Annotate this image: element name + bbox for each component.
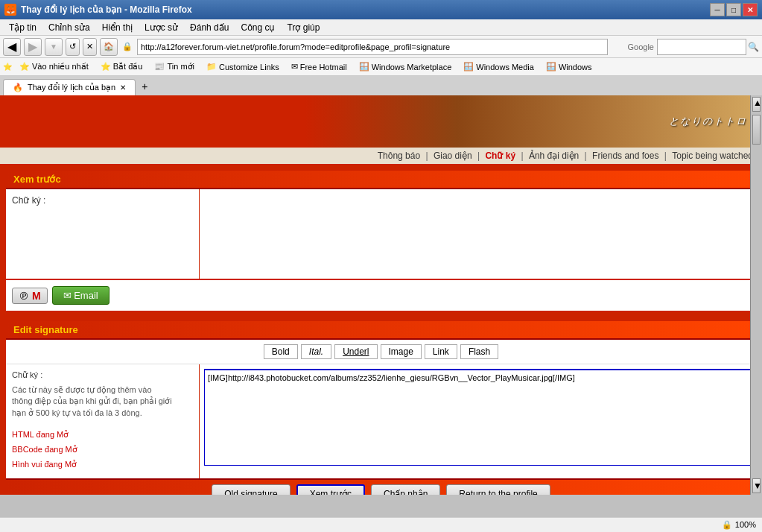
editor-content-area: Chữ ký : Các từ này sẽ được tự động thêm…: [6, 364, 756, 478]
menu-help[interactable]: Trợ giúp: [282, 21, 326, 34]
bookmarks-bar: ⭐ ⭐ Vào nhiều nhất ⭐ Bắt đầu 📰 Tin mới 📁…: [0, 58, 762, 76]
sep1: |: [425, 151, 430, 161]
menu-file[interactable]: Tập tin: [3, 21, 42, 34]
preview-content-area: Chữ ký :: [6, 189, 756, 279]
bbcode-status: BBCode đang Mở: [12, 443, 193, 457]
italic-button[interactable]: Ital.: [301, 344, 331, 359]
image-button[interactable]: Image: [381, 344, 422, 359]
html-status: HTML đang Mở: [12, 428, 193, 443]
email-button[interactable]: ✉ Email: [52, 286, 109, 305]
bold-button[interactable]: Bold: [264, 344, 298, 359]
nav-giao-dien[interactable]: Giao diện: [431, 151, 475, 161]
flash-button[interactable]: Flash: [460, 344, 498, 359]
menu-tools[interactable]: Công cụ: [235, 21, 281, 34]
security-icon: 🔒: [722, 520, 732, 530]
tab-bar: 🔥 Thay đổi lý lịch của bạn ✕ +: [0, 76, 762, 95]
firefox-icon: 🦊: [4, 4, 16, 16]
forward-button[interactable]: ▶: [24, 38, 42, 56]
nav-thong-bao[interactable]: Thông báo: [375, 151, 423, 161]
dropdown-history[interactable]: ▼: [45, 38, 63, 56]
bookmark-vao-nhieu[interactable]: ⭐ Vào nhiều nhất: [15, 60, 93, 73]
menu-edit[interactable]: Chỉnh sửa: [42, 21, 96, 34]
scroll-up-arrow[interactable]: ▲: [752, 97, 761, 112]
menu-history[interactable]: Lược sử: [139, 21, 184, 34]
vertical-scrollbar[interactable]: ▲ ▼: [750, 95, 762, 495]
action-bar: Old signature Xem trước Chấp nhận Return…: [6, 478, 756, 495]
chu-ky-label: Chữ ký :: [12, 195, 45, 206]
preview-right-panel: [200, 189, 756, 279]
scroll-thumb[interactable]: [752, 115, 761, 145]
return-profile-button[interactable]: Return to the profile: [446, 484, 550, 495]
underline-button[interactable]: Underl: [334, 344, 377, 359]
preview-footer: ℗ M ✉ Email: [6, 279, 756, 311]
bookmark-icon-media: 🪟: [463, 62, 474, 72]
stop-button[interactable]: ✕: [83, 38, 97, 56]
bookmark-customize[interactable]: 📁 Customize Links: [202, 60, 284, 73]
banner-text: となりのトトロ: [669, 115, 747, 128]
zoom-level: 100%: [735, 520, 756, 530]
window-titlebar: 🦊 Thay đổi lý lịch của bạn - Mozilla Fir…: [0, 0, 762, 19]
url-input[interactable]: [137, 39, 608, 55]
preview-section: Xem trước Chữ ký : ℗ M ✉ Email: [4, 169, 758, 312]
bookmark-icon-vao: ⭐: [19, 62, 30, 72]
bookmark-media[interactable]: 🪟 Windows Media: [459, 60, 539, 73]
sep3: |: [521, 151, 525, 161]
nav-friends[interactable]: Friends and foes: [589, 151, 661, 161]
bookmark-bat-dau[interactable]: ⭐ Bắt đầu: [96, 60, 147, 73]
reload-button[interactable]: ↺: [66, 38, 80, 56]
close-button[interactable]: ✕: [743, 3, 758, 16]
bookmark-tin-moi[interactable]: 📰 Tin mới: [150, 60, 199, 73]
search-input[interactable]: [657, 39, 746, 55]
preview-section-header: Xem trước: [6, 171, 756, 189]
status-labels: HTML đang Mở BBCode đang Mở Hình vui đan…: [12, 428, 193, 472]
xem-truoc-button[interactable]: Xem trước: [296, 484, 365, 495]
tab-icon: 🔥: [13, 83, 23, 92]
nav-topic[interactable]: Topic being watched: [669, 151, 756, 161]
editor-note: Các từ này sẽ được tự động thêm vào thôn…: [12, 384, 193, 419]
bookmark-icon-cust: 📁: [206, 62, 217, 72]
link-button[interactable]: Link: [425, 344, 457, 359]
url-label: 🔒: [121, 42, 134, 51]
nav-links-bar: Thông báo | Giao diện | Chữ ký | Ảnh đại…: [0, 148, 762, 165]
editor-left-panel: Chữ ký : Các từ này sẽ được tự động thêm…: [6, 364, 200, 478]
bookmark-marketplace[interactable]: 🪟 Windows Marketplace: [355, 60, 457, 73]
preview-btn1[interactable]: ℗ M: [12, 288, 48, 304]
search-area: Google 🔍: [611, 39, 759, 55]
bookmark-hotmail[interactable]: ✉ Free Hotmail: [287, 60, 352, 73]
site-header: となりのトトロ: [0, 95, 762, 148]
search-engine-label: Google: [611, 42, 655, 51]
preview-left-panel: Chữ ký :: [6, 189, 200, 279]
bookmark-windows[interactable]: 🪟 Windows: [542, 60, 597, 73]
chap-nhan-button[interactable]: Chấp nhận: [371, 484, 440, 495]
menu-view[interactable]: Hiển thị: [96, 21, 139, 34]
signature-field-label: Chữ ký :: [12, 370, 193, 380]
bookmark-icon-tin: 📰: [154, 62, 165, 72]
home-button[interactable]: 🏠: [100, 38, 118, 56]
editor-right-panel: [IMG]http://i843.photobucket.com/albums/…: [200, 364, 756, 478]
scroll-down-arrow[interactable]: ▼: [752, 478, 761, 493]
maximize-button[interactable]: □: [726, 3, 741, 16]
status-bar: 🔒 100%: [0, 517, 762, 532]
window-controls[interactable]: ─ □ ✕: [710, 3, 758, 16]
page-background: となりのトトロ Thông báo | Giao diện | Chữ ký |…: [0, 95, 762, 495]
bookmark-icon-mail: ✉: [291, 62, 298, 72]
bookmarks-icon: ⭐: [3, 63, 12, 71]
banner-image: となりのトトロ: [0, 95, 762, 148]
nav-anh-dai-dien[interactable]: Ảnh đại diện: [526, 151, 582, 161]
status-icons: 🔒 100%: [722, 520, 756, 530]
tab-close-button[interactable]: ✕: [120, 83, 126, 92]
main-content: Xem trước Chữ ký : ℗ M ✉ Email: [0, 165, 762, 495]
bookmark-icon-market: 🪟: [359, 62, 369, 72]
bookmark-icon-bat: ⭐: [101, 62, 111, 72]
edit-section: Edit signature Bold Ital. Underl Image L…: [4, 320, 758, 495]
nav-chu-ky[interactable]: Chữ ký: [482, 151, 518, 161]
current-tab[interactable]: 🔥 Thay đổi lý lịch của bạn ✕: [3, 79, 136, 95]
new-tab-button[interactable]: +: [136, 77, 153, 95]
signature-textarea[interactable]: [IMG]http://i843.photobucket.com/albums/…: [204, 369, 752, 466]
back-button[interactable]: ◀: [3, 38, 21, 56]
menu-bookmarks[interactable]: Đánh dấu: [184, 21, 235, 34]
toolbar: ◀ ▶ ▼ ↺ ✕ 🏠 🔒 Google 🔍: [0, 36, 762, 58]
search-icon[interactable]: 🔍: [748, 42, 759, 52]
old-signature-button[interactable]: Old signature: [212, 484, 290, 495]
minimize-button[interactable]: ─: [710, 3, 725, 16]
